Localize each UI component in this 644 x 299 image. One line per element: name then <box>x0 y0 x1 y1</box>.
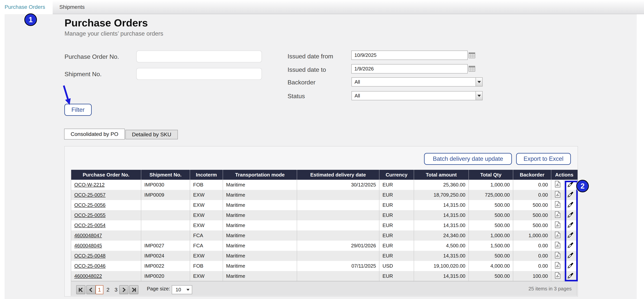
cell-currency: EUR <box>379 230 414 240</box>
cell-po: OCO-25-0054 <box>71 220 141 230</box>
column-header-actions: Actions <box>551 170 578 180</box>
cell-eta: 07/11/2025 <box>297 261 379 271</box>
column-header-purchase-order-no-: Purchase Order No. <box>71 170 141 180</box>
purchase-order-link[interactable]: OCO-25-0048 <box>74 253 106 258</box>
pager-page-current[interactable]: 1 <box>96 285 104 294</box>
pdf-icon[interactable] <box>555 242 560 250</box>
cell-currency: EUR <box>379 220 414 230</box>
cell-amount: 25,360.00 <box>414 180 469 190</box>
cell-qty: 500.00 <box>469 271 513 281</box>
cell-pdf-action <box>551 240 564 251</box>
purchase-order-link[interactable]: 4600048047 <box>74 232 102 238</box>
cell-currency: EUR <box>379 210 414 220</box>
cell-po: OCO-25-0055 <box>71 210 141 220</box>
purchase-orders-table: Purchase Order No.Shipment No.IncotermTr… <box>71 170 577 282</box>
purchase-order-link[interactable]: OCO-25-0046 <box>74 263 106 269</box>
purchase-order-link[interactable]: OCO-25-0056 <box>74 202 106 208</box>
purchase-order-no-input[interactable] <box>136 50 262 62</box>
issued-date-to-input[interactable] <box>351 64 468 74</box>
pager-summary: 25 items in 3 pages <box>528 282 572 296</box>
batch-delivery-date-update-button[interactable]: Batch delivery date update <box>424 153 512 165</box>
purchase-order-link[interactable]: OCO-25-0057 <box>74 192 106 198</box>
cell-mode: Maritime <box>223 251 297 261</box>
pdf-icon[interactable] <box>555 201 560 209</box>
cell-shipment: IMP0024 <box>141 251 190 261</box>
cell-pdf-action <box>551 220 564 230</box>
purchase-order-link[interactable]: OCO-25-0055 <box>74 212 106 218</box>
status-select-arrow-icon[interactable] <box>476 92 482 100</box>
issued-date-from-calendar-icon[interactable] <box>469 52 475 58</box>
annotation-rectangle <box>565 181 578 282</box>
cell-mode: Maritime <box>223 180 297 190</box>
cell-po: OCO-25-0056 <box>71 200 141 210</box>
column-header-total-amount: Total amount <box>414 170 469 180</box>
cell-shipment: IMP0009 <box>141 190 190 200</box>
cell-mode: Maritime <box>223 220 297 230</box>
page-size-select[interactable]: 10 <box>172 285 192 294</box>
cell-shipment: IMP0030 <box>141 180 190 190</box>
shipment-no-input[interactable] <box>136 68 262 80</box>
pdf-icon[interactable] <box>555 181 560 189</box>
pager-page-2[interactable]: 2 <box>105 285 111 294</box>
cell-po: 4600048045 <box>71 240 141 251</box>
tab-purchase-orders[interactable]: Purchase Orders <box>0 0 53 14</box>
cell-incoterm: EXW <box>190 200 223 210</box>
table-row: 4600048047FCAMaritimeEUR24,340.001,000.0… <box>71 230 578 240</box>
cell-incoterm: EXW <box>190 190 223 200</box>
tab-detailed-by-sku[interactable]: Detailed by SKU <box>126 130 178 139</box>
tab-shipments[interactable]: Shipments <box>53 0 95 14</box>
table-header: Purchase Order No.Shipment No.IncotermTr… <box>71 170 578 180</box>
issued-date-to-calendar-icon[interactable] <box>469 66 475 72</box>
pager-next-button[interactable] <box>119 285 128 294</box>
cell-mode: Maritime <box>223 271 297 281</box>
backorder-select[interactable]: All <box>352 77 482 86</box>
tab-detailed-by-sku-label: Detailed by SKU <box>132 132 171 138</box>
purchase-order-link[interactable]: 4600048045 <box>74 243 102 248</box>
pdf-icon[interactable] <box>555 262 560 270</box>
cell-amount: 19,100,020.00 <box>414 261 469 271</box>
cell-backorder: 500.00 <box>513 210 551 220</box>
cell-pdf-action <box>551 200 564 210</box>
cell-shipment <box>141 200 190 210</box>
cell-mode: Maritime <box>223 230 297 240</box>
cell-currency: EUR <box>379 200 414 210</box>
pager-page-3[interactable]: 3 <box>113 285 119 294</box>
cell-eta <box>297 220 379 230</box>
cell-qty: 725,000.00 <box>469 190 513 200</box>
cell-currency: EUR <box>379 271 414 281</box>
column-header-incoterm: Incoterm <box>190 170 223 180</box>
cell-qty: 500.00 <box>469 210 513 220</box>
purchase-order-link[interactable]: OCO-W-2212 <box>74 182 104 188</box>
pager-first-button[interactable] <box>76 285 86 294</box>
purchase-order-link[interactable]: OCO-25-0054 <box>74 222 106 228</box>
issued-date-from-input[interactable] <box>351 50 468 60</box>
cell-pdf-action <box>551 210 564 220</box>
export-to-excel-button[interactable]: Export to Excel <box>516 153 571 165</box>
purchase-order-link[interactable]: 4600048022 <box>74 273 102 279</box>
status-select[interactable]: All <box>352 91 482 100</box>
tab-consolidated-by-po[interactable]: Consolidated by PO <box>64 129 125 140</box>
cell-mode: Maritime <box>223 210 297 220</box>
cell-currency: EUR <box>379 190 414 200</box>
pdf-icon[interactable] <box>555 272 560 280</box>
page-title: Purchase Orders <box>64 17 148 29</box>
pager-prev-button[interactable] <box>86 285 96 294</box>
table-row: 4600048045IMP0027FCAMaritime29/01/2026EU… <box>71 240 578 251</box>
cell-po: OCO-25-0046 <box>71 261 141 271</box>
pdf-icon[interactable] <box>555 211 560 219</box>
pdf-icon[interactable] <box>555 191 560 199</box>
table-row: OCO-25-0057IMP0009EXWMaritimeEUR18,709,2… <box>71 190 578 200</box>
cell-po: 4600048047 <box>71 230 141 240</box>
table-row: OCO-25-0056EXWMaritimeEUR14,315.00500.00… <box>71 200 578 210</box>
backorder-select-arrow-icon[interactable] <box>476 78 482 86</box>
pdf-icon[interactable] <box>555 232 560 240</box>
cell-qty: 1,000.00 <box>469 180 513 190</box>
cell-pdf-action <box>551 251 564 261</box>
cell-incoterm: EXW <box>190 220 223 230</box>
pager-last-button[interactable] <box>129 285 138 294</box>
cell-backorder: 0.00 <box>513 261 551 271</box>
column-header-total-qty: Total Qty <box>469 170 513 180</box>
page-size-arrow-icon <box>186 289 190 291</box>
pdf-icon[interactable] <box>555 252 560 260</box>
pdf-icon[interactable] <box>555 221 560 230</box>
